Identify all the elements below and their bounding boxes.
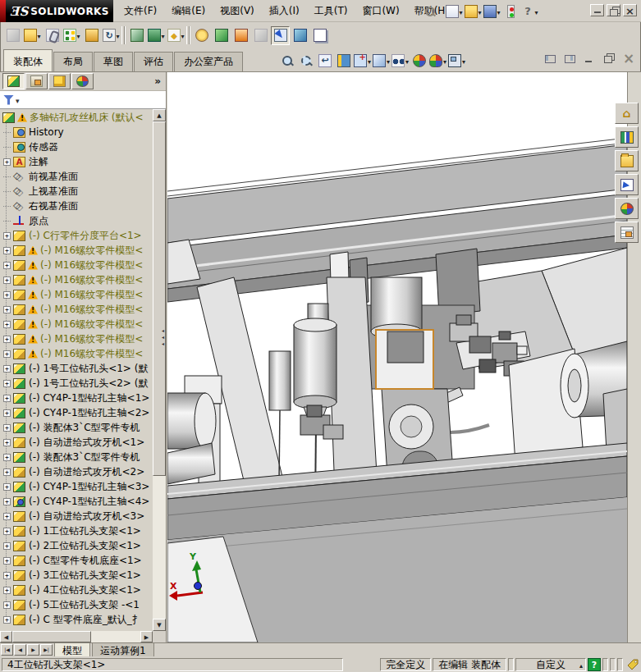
design-library-icon[interactable] xyxy=(615,126,639,148)
solidworks-resources-icon[interactable] xyxy=(615,103,639,124)
apply-scene-icon[interactable] xyxy=(429,52,447,69)
panel-collapse-handle[interactable]: ◂◂◂ xyxy=(162,328,169,346)
tree-item[interactable]: (-) 装配体3`C型零件专机 xyxy=(0,420,153,435)
expand-toggle-icon[interactable] xyxy=(3,424,11,432)
expand-toggle-icon[interactable] xyxy=(3,513,11,520)
filter-dropdown-icon[interactable] xyxy=(16,94,20,106)
reference-geometry-icon[interactable] xyxy=(167,26,185,45)
insert-component-icon[interactable] xyxy=(3,26,22,45)
tree-item[interactable]: (-) 自动进给式攻牙机<2> xyxy=(0,464,153,479)
tree-item[interactable]: 注解 xyxy=(0,154,153,169)
open-document-icon[interactable] xyxy=(464,2,483,21)
panel-tab[interactable] xyxy=(25,73,48,89)
pane-right-icon[interactable] xyxy=(562,52,577,65)
expand-toggle-icon[interactable] xyxy=(3,601,11,609)
expand-toggle-icon[interactable] xyxy=(3,498,11,505)
expand-toggle-icon[interactable] xyxy=(3,365,11,373)
graphics-viewport[interactable]: X Y xyxy=(167,72,627,642)
dropdown-arrow-icon[interactable] xyxy=(478,6,482,17)
expand-toggle-icon[interactable] xyxy=(3,277,11,284)
tree-item[interactable]: 传感器 xyxy=(0,139,153,154)
zoom-area-icon[interactable] xyxy=(297,52,315,69)
select-move-icon[interactable] xyxy=(271,26,290,45)
feature-tree[interactable]: 多轴钻孔攻丝机床 (默认< History 传感器 xyxy=(0,109,153,631)
file-explorer-icon[interactable] xyxy=(615,150,639,171)
left-station[interactable] xyxy=(167,376,222,488)
scrollbar-thumb[interactable] xyxy=(12,631,91,642)
tree-item[interactable]: (-) 1号工位钻孔头<1> (默 xyxy=(0,361,153,376)
expand-toggle-icon[interactable] xyxy=(3,336,11,343)
tab-scroll-last-icon[interactable]: ▶| xyxy=(40,644,53,656)
tree-item[interactable]: 上视基准面 xyxy=(0,184,153,199)
expand-toggle-icon[interactable] xyxy=(3,306,11,313)
dropdown-arrow-icon[interactable] xyxy=(442,55,447,66)
simulation-icon[interactable] xyxy=(251,26,270,45)
expand-toggle-icon[interactable] xyxy=(3,616,11,624)
tag-icon[interactable] xyxy=(626,658,639,671)
command-tab[interactable]: 办公室产品 xyxy=(174,52,243,71)
scrollbar-thumb[interactable] xyxy=(153,121,166,476)
pane-left-icon[interactable] xyxy=(543,52,557,65)
tree-item[interactable]: (-) M16螺纹零件模型< xyxy=(0,287,153,302)
filter-icon[interactable] xyxy=(3,95,14,105)
tree-item[interactable]: (-) CY4P-1型钻孔主轴<4> xyxy=(0,494,153,509)
dropdown-arrow-icon[interactable] xyxy=(37,30,41,41)
view-settings-icon[interactable] xyxy=(448,52,466,69)
display-style-icon[interactable] xyxy=(373,52,391,69)
assembly-features-icon[interactable] xyxy=(147,26,166,45)
rebuild-traffic-light-icon[interactable] xyxy=(501,2,520,21)
smart-fasteners-icon[interactable] xyxy=(82,26,101,45)
view-palette-icon[interactable] xyxy=(615,174,639,195)
scroll-down-icon[interactable]: ▼ xyxy=(153,619,166,631)
tree-item[interactable]: 原点 xyxy=(0,213,153,228)
tree-item[interactable]: (-) M16螺纹零件模型< xyxy=(0,317,153,331)
appearances-icon[interactable] xyxy=(615,198,639,219)
expand-toggle-icon[interactable] xyxy=(3,483,11,491)
expand-toggle-icon[interactable] xyxy=(3,469,11,476)
open-part-icon[interactable] xyxy=(23,26,42,45)
model-scene[interactable]: X Y xyxy=(167,72,627,642)
dropdown-arrow-icon[interactable] xyxy=(181,30,185,41)
panel-expand-button[interactable]: » xyxy=(154,75,161,87)
section-view-icon[interactable] xyxy=(335,52,353,69)
expand-toggle-icon[interactable] xyxy=(3,528,11,535)
expand-toggle-icon[interactable] xyxy=(3,247,11,254)
expand-toggle-icon[interactable] xyxy=(3,542,11,550)
tree-item[interactable]: 多轴钻孔攻丝机床 (默认< xyxy=(0,110,153,125)
move-component-icon[interactable] xyxy=(102,26,121,45)
mate-icon[interactable] xyxy=(43,26,62,45)
quick-tips-button[interactable]: ? xyxy=(588,658,601,671)
menu-item[interactable]: 文件(F) xyxy=(117,1,164,21)
tree-item[interactable]: (-) M16螺纹零件模型< xyxy=(0,243,153,258)
expand-toggle-icon[interactable] xyxy=(3,262,11,269)
tree-item[interactable]: (-) 1号工位钻孔头<2> (默 xyxy=(0,376,153,391)
toolbar-separator[interactable] xyxy=(121,26,126,44)
restore-icon[interactable] xyxy=(607,4,620,16)
toolbar-separator[interactable] xyxy=(186,26,191,44)
dropdown-arrow-icon[interactable] xyxy=(497,6,501,17)
command-tab[interactable]: 草图 xyxy=(94,52,133,71)
tree-item[interactable]: (-) 3工位钻孔头支架<1> xyxy=(0,568,153,583)
scroll-right-icon[interactable]: ▶ xyxy=(140,631,153,642)
expand-toggle-icon[interactable] xyxy=(3,557,11,565)
dropdown-arrow-icon[interactable] xyxy=(116,30,120,41)
expand-toggle-icon[interactable] xyxy=(3,321,11,328)
tree-item[interactable]: (-) 1工位钻孔头支架<1> xyxy=(0,523,153,538)
menu-item[interactable]: 工具(T) xyxy=(307,1,355,21)
tree-item[interactable]: (-) M16螺纹零件模型< xyxy=(0,272,153,287)
tab-scroll-first-icon[interactable]: |◀ xyxy=(1,644,13,656)
tree-item[interactable]: (-) 2工位钻孔头支架<1> xyxy=(0,538,153,553)
panel-tab[interactable] xyxy=(2,73,25,89)
dropdown-arrow-icon[interactable] xyxy=(534,6,538,17)
dropdown-arrow-icon[interactable] xyxy=(76,30,80,41)
expand-toggle-icon[interactable] xyxy=(3,291,11,299)
expand-toggle-icon[interactable] xyxy=(3,439,11,446)
expand-toggle-icon[interactable] xyxy=(3,350,11,358)
doc-minimize-icon[interactable] xyxy=(582,52,597,65)
dropdown-arrow-icon[interactable] xyxy=(461,55,466,66)
doc-restore-icon[interactable] xyxy=(602,52,616,65)
dropdown-arrow-icon[interactable] xyxy=(459,6,463,17)
dropdown-arrow-icon[interactable] xyxy=(367,55,372,66)
tree-item[interactable]: (-) M16螺纹零件模型< xyxy=(0,346,153,361)
tree-item[interactable]: (-) 装配体3`C型零件专机 xyxy=(0,450,153,464)
